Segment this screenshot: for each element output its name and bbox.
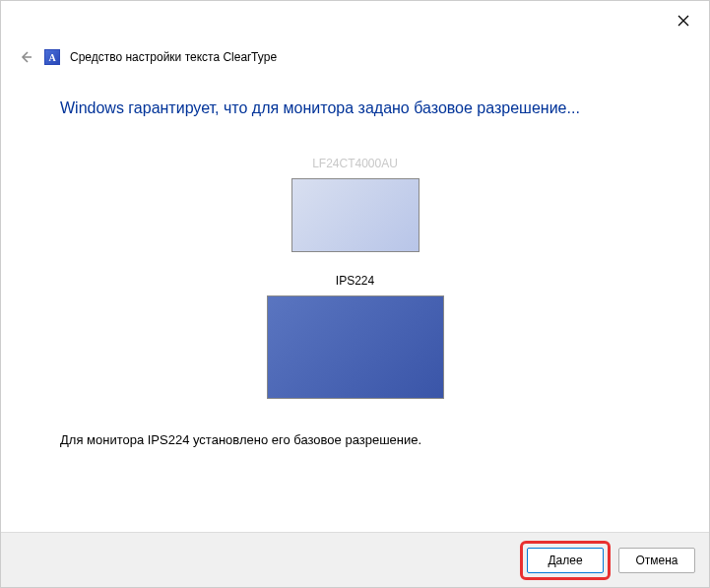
page-title: Средство настройки текста ClearType (70, 50, 277, 64)
titlebar (1, 1, 709, 40)
monitor-2-thumbnail[interactable] (267, 295, 444, 399)
main-heading: Windows гарантирует, что для монитора за… (60, 99, 650, 117)
back-arrow-icon[interactable] (17, 48, 34, 66)
content-area: Windows гарантирует, что для монитора за… (1, 70, 709, 532)
monitor-1-label: LF24CT4000AU (312, 157, 398, 170)
cancel-button[interactable]: Отмена (618, 548, 695, 573)
footer: Далее Отмена (1, 532, 709, 587)
status-text: Для монитора IPS224 установлено его базо… (60, 432, 650, 447)
close-icon[interactable] (674, 11, 693, 31)
header-row: A Средство настройки текста ClearType (1, 40, 709, 70)
app-icon: A (44, 49, 60, 65)
monitor-2-label: IPS224 (336, 274, 374, 288)
next-button[interactable]: Далее (527, 548, 604, 573)
cleartype-wizard-window: A Средство настройки текста ClearType Wi… (0, 0, 710, 588)
monitor-1-thumbnail[interactable] (291, 178, 420, 252)
monitors-area: LF24CT4000AU IPS224 (60, 157, 650, 399)
next-button-highlight: Далее (520, 541, 611, 580)
